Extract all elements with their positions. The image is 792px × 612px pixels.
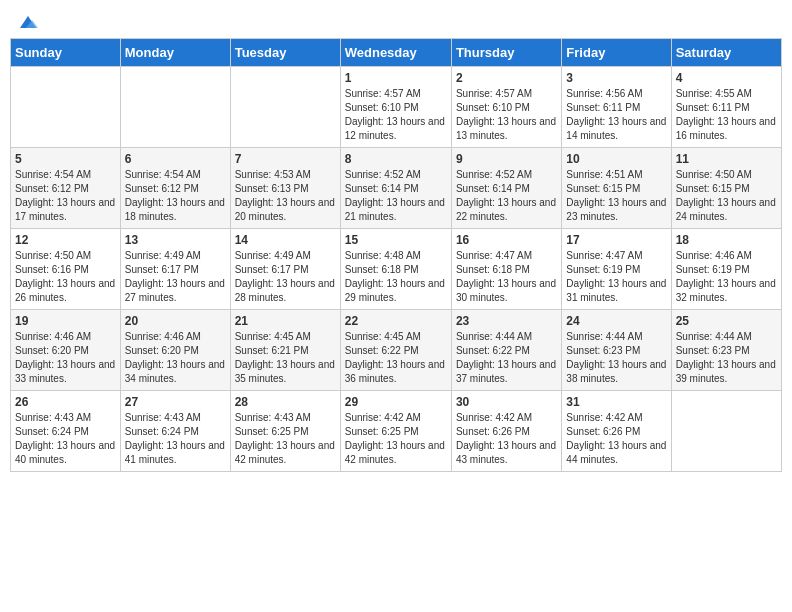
day-number: 29: [345, 395, 447, 409]
calendar-cell: 22Sunrise: 4:45 AM Sunset: 6:22 PM Dayli…: [340, 310, 451, 391]
weekday-header-thursday: Thursday: [451, 39, 561, 67]
calendar-cell: 15Sunrise: 4:48 AM Sunset: 6:18 PM Dayli…: [340, 229, 451, 310]
day-number: 19: [15, 314, 116, 328]
day-number: 11: [676, 152, 777, 166]
day-info: Sunrise: 4:57 AM Sunset: 6:10 PM Dayligh…: [456, 87, 557, 143]
calendar-cell: [230, 67, 340, 148]
day-number: 20: [125, 314, 226, 328]
calendar-cell: [671, 391, 781, 472]
day-number: 1: [345, 71, 447, 85]
day-number: 9: [456, 152, 557, 166]
calendar-cell: 25Sunrise: 4:44 AM Sunset: 6:23 PM Dayli…: [671, 310, 781, 391]
calendar-cell: 30Sunrise: 4:42 AM Sunset: 6:26 PM Dayli…: [451, 391, 561, 472]
day-number: 3: [566, 71, 666, 85]
day-info: Sunrise: 4:52 AM Sunset: 6:14 PM Dayligh…: [345, 168, 447, 224]
week-row-3: 12Sunrise: 4:50 AM Sunset: 6:16 PM Dayli…: [11, 229, 782, 310]
day-number: 6: [125, 152, 226, 166]
calendar-cell: 4Sunrise: 4:55 AM Sunset: 6:11 PM Daylig…: [671, 67, 781, 148]
day-number: 18: [676, 233, 777, 247]
logo: [14, 10, 40, 30]
day-info: Sunrise: 4:46 AM Sunset: 6:19 PM Dayligh…: [676, 249, 777, 305]
calendar-cell: 9Sunrise: 4:52 AM Sunset: 6:14 PM Daylig…: [451, 148, 561, 229]
calendar-cell: 12Sunrise: 4:50 AM Sunset: 6:16 PM Dayli…: [11, 229, 121, 310]
day-info: Sunrise: 4:54 AM Sunset: 6:12 PM Dayligh…: [125, 168, 226, 224]
day-number: 10: [566, 152, 666, 166]
day-info: Sunrise: 4:49 AM Sunset: 6:17 PM Dayligh…: [125, 249, 226, 305]
day-info: Sunrise: 4:46 AM Sunset: 6:20 PM Dayligh…: [125, 330, 226, 386]
day-info: Sunrise: 4:49 AM Sunset: 6:17 PM Dayligh…: [235, 249, 336, 305]
calendar-cell: 8Sunrise: 4:52 AM Sunset: 6:14 PM Daylig…: [340, 148, 451, 229]
day-number: 26: [15, 395, 116, 409]
week-row-1: 1Sunrise: 4:57 AM Sunset: 6:10 PM Daylig…: [11, 67, 782, 148]
week-row-5: 26Sunrise: 4:43 AM Sunset: 6:24 PM Dayli…: [11, 391, 782, 472]
calendar-cell: 16Sunrise: 4:47 AM Sunset: 6:18 PM Dayli…: [451, 229, 561, 310]
day-number: 23: [456, 314, 557, 328]
logo-icon: [16, 10, 40, 34]
day-number: 17: [566, 233, 666, 247]
day-info: Sunrise: 4:44 AM Sunset: 6:23 PM Dayligh…: [676, 330, 777, 386]
day-number: 7: [235, 152, 336, 166]
day-number: 25: [676, 314, 777, 328]
day-info: Sunrise: 4:51 AM Sunset: 6:15 PM Dayligh…: [566, 168, 666, 224]
day-number: 8: [345, 152, 447, 166]
calendar-cell: 24Sunrise: 4:44 AM Sunset: 6:23 PM Dayli…: [562, 310, 671, 391]
week-row-2: 5Sunrise: 4:54 AM Sunset: 6:12 PM Daylig…: [11, 148, 782, 229]
day-info: Sunrise: 4:43 AM Sunset: 6:24 PM Dayligh…: [125, 411, 226, 467]
day-number: 15: [345, 233, 447, 247]
calendar-cell: 6Sunrise: 4:54 AM Sunset: 6:12 PM Daylig…: [120, 148, 230, 229]
calendar-cell: 2Sunrise: 4:57 AM Sunset: 6:10 PM Daylig…: [451, 67, 561, 148]
calendar-cell: 29Sunrise: 4:42 AM Sunset: 6:25 PM Dayli…: [340, 391, 451, 472]
day-info: Sunrise: 4:54 AM Sunset: 6:12 PM Dayligh…: [15, 168, 116, 224]
day-info: Sunrise: 4:48 AM Sunset: 6:18 PM Dayligh…: [345, 249, 447, 305]
day-number: 14: [235, 233, 336, 247]
calendar-cell: 19Sunrise: 4:46 AM Sunset: 6:20 PM Dayli…: [11, 310, 121, 391]
day-number: 31: [566, 395, 666, 409]
calendar-cell: 26Sunrise: 4:43 AM Sunset: 6:24 PM Dayli…: [11, 391, 121, 472]
weekday-header-wednesday: Wednesday: [340, 39, 451, 67]
day-number: 4: [676, 71, 777, 85]
weekday-header-monday: Monday: [120, 39, 230, 67]
calendar-cell: 27Sunrise: 4:43 AM Sunset: 6:24 PM Dayli…: [120, 391, 230, 472]
day-number: 2: [456, 71, 557, 85]
day-info: Sunrise: 4:57 AM Sunset: 6:10 PM Dayligh…: [345, 87, 447, 143]
calendar-cell: 20Sunrise: 4:46 AM Sunset: 6:20 PM Dayli…: [120, 310, 230, 391]
day-info: Sunrise: 4:46 AM Sunset: 6:20 PM Dayligh…: [15, 330, 116, 386]
weekday-header-saturday: Saturday: [671, 39, 781, 67]
day-number: 16: [456, 233, 557, 247]
day-info: Sunrise: 4:55 AM Sunset: 6:11 PM Dayligh…: [676, 87, 777, 143]
weekday-header-sunday: Sunday: [11, 39, 121, 67]
weekday-header-row: SundayMondayTuesdayWednesdayThursdayFrid…: [11, 39, 782, 67]
day-number: 27: [125, 395, 226, 409]
week-row-4: 19Sunrise: 4:46 AM Sunset: 6:20 PM Dayli…: [11, 310, 782, 391]
day-number: 21: [235, 314, 336, 328]
calendar-cell: 28Sunrise: 4:43 AM Sunset: 6:25 PM Dayli…: [230, 391, 340, 472]
calendar-cell: [11, 67, 121, 148]
day-info: Sunrise: 4:45 AM Sunset: 6:22 PM Dayligh…: [345, 330, 447, 386]
day-info: Sunrise: 4:45 AM Sunset: 6:21 PM Dayligh…: [235, 330, 336, 386]
day-info: Sunrise: 4:44 AM Sunset: 6:22 PM Dayligh…: [456, 330, 557, 386]
calendar-cell: 11Sunrise: 4:50 AM Sunset: 6:15 PM Dayli…: [671, 148, 781, 229]
calendar-cell: 14Sunrise: 4:49 AM Sunset: 6:17 PM Dayli…: [230, 229, 340, 310]
page-header: [10, 10, 782, 30]
day-info: Sunrise: 4:44 AM Sunset: 6:23 PM Dayligh…: [566, 330, 666, 386]
day-info: Sunrise: 4:42 AM Sunset: 6:26 PM Dayligh…: [456, 411, 557, 467]
calendar-cell: 21Sunrise: 4:45 AM Sunset: 6:21 PM Dayli…: [230, 310, 340, 391]
day-info: Sunrise: 4:56 AM Sunset: 6:11 PM Dayligh…: [566, 87, 666, 143]
calendar-table: SundayMondayTuesdayWednesdayThursdayFrid…: [10, 38, 782, 472]
day-info: Sunrise: 4:53 AM Sunset: 6:13 PM Dayligh…: [235, 168, 336, 224]
day-number: 13: [125, 233, 226, 247]
day-number: 28: [235, 395, 336, 409]
day-info: Sunrise: 4:50 AM Sunset: 6:16 PM Dayligh…: [15, 249, 116, 305]
day-info: Sunrise: 4:43 AM Sunset: 6:24 PM Dayligh…: [15, 411, 116, 467]
calendar-cell: 5Sunrise: 4:54 AM Sunset: 6:12 PM Daylig…: [11, 148, 121, 229]
day-number: 30: [456, 395, 557, 409]
day-info: Sunrise: 4:42 AM Sunset: 6:25 PM Dayligh…: [345, 411, 447, 467]
weekday-header-friday: Friday: [562, 39, 671, 67]
day-number: 24: [566, 314, 666, 328]
calendar-cell: 17Sunrise: 4:47 AM Sunset: 6:19 PM Dayli…: [562, 229, 671, 310]
calendar-cell: 18Sunrise: 4:46 AM Sunset: 6:19 PM Dayli…: [671, 229, 781, 310]
calendar-cell: 31Sunrise: 4:42 AM Sunset: 6:26 PM Dayli…: [562, 391, 671, 472]
day-number: 22: [345, 314, 447, 328]
day-number: 5: [15, 152, 116, 166]
calendar-cell: 7Sunrise: 4:53 AM Sunset: 6:13 PM Daylig…: [230, 148, 340, 229]
